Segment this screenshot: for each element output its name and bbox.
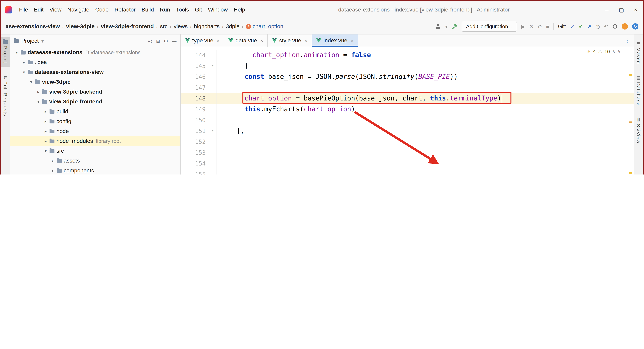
line-number[interactable]: 146 [181,71,209,82]
line-number[interactable]: 150 [181,115,209,125]
menu-refactor[interactable]: Refactor [112,5,138,15]
line-number[interactable]: 144 [181,50,209,60]
code-line-153[interactable]: 153 [181,147,634,158]
error-stripe[interactable] [629,47,633,175]
tab-type.vue[interactable]: type.vue× [181,35,224,47]
tree-item-dataease-extensions[interactable]: ▾dataease-extensionsD:\dataease-extensio… [10,48,180,58]
code-line-145[interactable]: 145▾ } [181,60,634,71]
user-icon[interactable] [436,24,441,29]
chevup-icon[interactable]: ∧ [612,49,615,54]
code-line-144[interactable]: 144 chart_option.animation = false [181,50,634,60]
line-number[interactable]: 151 [181,125,209,136]
hide-icon[interactable]: — [172,39,176,44]
chevron-expanded-icon[interactable]: ▾ [14,50,20,55]
fold-icon[interactable]: ▾ [209,125,217,136]
tree-item-config[interactable]: ▸config [10,117,180,126]
bug-icon[interactable]: ⊙ [529,24,534,29]
tool-stripe-maven[interactable]: mMaven [634,37,643,67]
chevron-collapsed-icon[interactable]: ▸ [42,139,49,143]
breadcrumb-item[interactable]: view-3dpie-frontend [101,23,154,30]
menu-help[interactable]: Help [231,5,248,15]
menu-run[interactable]: Run [157,5,173,15]
code-line-149[interactable]: 149 this.myEcharts(chart_option) [181,104,634,115]
close-tab-icon[interactable]: × [217,38,220,43]
breadcrumb-item[interactable]: 3dpie [226,23,240,30]
code-line-150[interactable]: 150 [181,115,634,125]
code-line-147[interactable]: 147 [181,82,634,93]
tab-data.vue[interactable]: data.vue× [224,35,268,47]
tree-item-node[interactable]: ▸node [10,126,180,136]
code-area[interactable]: 144 chart_option.animation = false145▾ }… [181,47,634,175]
project-panel-title[interactable]: Project [21,38,39,44]
tree-item-view-3dpie-frontend[interactable]: ▾view-3dpie-frontend [10,97,180,107]
breadcrumb-item[interactable]: ase-extensions-view [6,23,60,30]
menu-git[interactable]: Git [192,5,205,15]
tool-stripe-database[interactable]: ▤Database [634,72,643,109]
search-icon[interactable] [612,24,618,29]
line-number[interactable]: 149 [181,104,209,115]
dropdown-caret-icon[interactable]: ▾ [445,24,448,29]
close-tab-icon[interactable]: × [260,38,263,43]
history-icon[interactable]: ◷ [596,24,600,29]
code-line-151[interactable]: 151▾}, [181,125,634,136]
chevron-collapsed-icon[interactable]: ▸ [42,129,49,134]
close-button[interactable]: × [628,1,643,19]
tree-item-components[interactable]: ▸components [10,166,180,175]
tab-style.vue[interactable]: style.vue× [268,35,312,47]
chevron-expanded-icon[interactable]: ▾ [21,70,27,75]
menu-build[interactable]: Build [138,5,157,15]
menu-edit[interactable]: Edit [31,5,46,15]
tab-index.vue[interactable]: index.vue× [312,35,358,47]
hammer-icon[interactable] [452,24,457,29]
line-number[interactable]: 154 [181,158,209,169]
tool-stripe-sciview[interactable]: ▥SciView [634,114,643,147]
menu-tools[interactable]: Tools [173,5,192,15]
chevron-expanded-icon[interactable]: ▾ [42,149,49,153]
locate-icon[interactable]: ◎ [148,39,152,44]
collapse-icon[interactable]: ⊟ [156,39,160,44]
tree-item-assets[interactable]: ▸assets [10,156,180,166]
tree-item-.idea[interactable]: ▸.idea [10,58,180,67]
breadcrumb-item[interactable]: src [160,23,168,30]
code-line-154[interactable]: 154 [181,158,634,169]
breadcrumb-item[interactable]: view-3dpie [66,23,95,30]
line-number[interactable]: 147 [181,82,209,93]
sync-icon[interactable]: ↻ [632,23,638,30]
tool-stripe-pull-requests[interactable]: ⇄Pull Requests [1,71,10,119]
settings-icon[interactable]: ⚙ [164,39,168,44]
chevron-collapsed-icon[interactable]: ▸ [42,119,49,124]
chevdown-icon[interactable]: ∨ [618,49,621,54]
menu-window[interactable]: Window [205,5,231,15]
close-tab-icon[interactable]: × [350,38,354,43]
stop-icon[interactable]: ■ [546,24,549,29]
minimize-button[interactable]: – [600,1,614,19]
play-icon[interactable]: ▶ [521,24,525,29]
chevron-collapsed-icon[interactable]: ▸ [50,159,56,163]
breadcrumb-item[interactable]: highcharts [194,23,220,30]
menu-view[interactable]: View [46,5,64,15]
tree-item-node_modules[interactable]: ▸node_moduleslibrary root [10,136,180,146]
menu-navigate[interactable]: Navigate [64,5,92,15]
chevron-collapsed-icon[interactable]: ▸ [35,90,42,94]
coverage-icon[interactable]: ⊘ [538,24,542,29]
line-number[interactable]: 155 [181,169,209,175]
code-line-152[interactable]: 152 [181,136,634,147]
line-number[interactable]: 145 [181,60,209,71]
maximize-button[interactable]: ▢ [614,1,628,19]
rollback-icon[interactable]: ↶ [604,24,608,29]
code-line-148[interactable]: 148 chart_option = basePieOption(base_js… [181,93,634,104]
chevron-expanded-icon[interactable]: ▾ [28,80,34,84]
tree-item-dataease-extensions-view[interactable]: ▾dataease-extensions-view [10,67,180,77]
inspections-widget[interactable]: ⚠ 4 ⚠ 10 ∧ ∨ [586,49,621,54]
more-icon[interactable]: ⋮ [621,38,634,44]
push-icon[interactable]: ↗ [587,24,591,29]
fold-icon[interactable]: ▾ [209,60,217,71]
code-line-155[interactable]: 155 [181,169,634,175]
line-number[interactable]: 148 [181,93,209,104]
tree-item-src[interactable]: ▾src [10,146,180,156]
chevron-collapsed-icon[interactable]: ▸ [42,109,49,114]
tree-item-view-3dpie[interactable]: ▾view-3dpie [10,77,180,87]
update-project-icon[interactable]: ↙ [570,24,574,29]
commit-icon[interactable]: ✔ [579,24,583,29]
line-number[interactable]: 152 [181,136,209,147]
